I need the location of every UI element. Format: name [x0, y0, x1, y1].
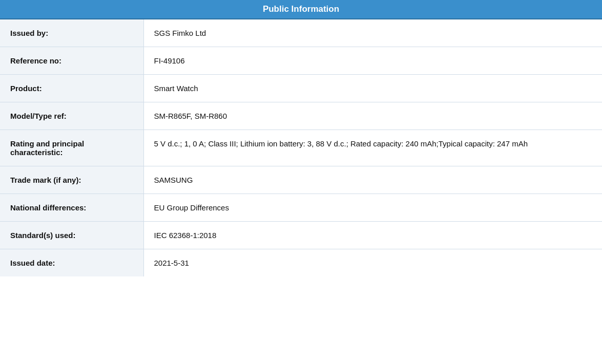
table-row: Trade mark (if any):SAMSUNG — [0, 166, 602, 194]
row-label-2: Product: — [0, 75, 143, 102]
row-label-6: National differences: — [0, 194, 143, 222]
table-row: National differences:EU Group Difference… — [0, 194, 602, 222]
table-row: Reference no:FI-49106 — [0, 47, 602, 75]
row-value-4: 5 V d.c.; 1, 0 A; Class III; Lithium ion… — [143, 130, 602, 166]
row-value-0: SGS Fimko Ltd — [143, 19, 602, 47]
row-label-3: Model/Type ref: — [0, 102, 143, 130]
row-label-5: Trade mark (if any): — [0, 166, 143, 194]
row-value-7: IEC 62368-1:2018 — [143, 222, 602, 249]
info-table: Issued by:SGS Fimko LtdReference no:FI-4… — [0, 19, 602, 276]
row-value-5: SAMSUNG — [143, 166, 602, 194]
row-value-1: FI-49106 — [143, 47, 602, 75]
table-row: Issued by:SGS Fimko Ltd — [0, 19, 602, 47]
row-value-6: EU Group Differences — [143, 194, 602, 222]
table-row: Rating and principal characteristic:5 V … — [0, 130, 602, 166]
row-label-0: Issued by: — [0, 19, 143, 47]
row-label-4: Rating and principal characteristic: — [0, 130, 143, 166]
table-row: Model/Type ref:SM-R865F, SM-R860 — [0, 102, 602, 130]
page-header: Public Information — [0, 0, 602, 19]
row-label-7: Standard(s) used: — [0, 222, 143, 249]
row-value-2: Smart Watch — [143, 75, 602, 102]
header-title: Public Information — [263, 4, 339, 14]
table-row: Issued date:2021-5-31 — [0, 249, 602, 277]
row-label-8: Issued date: — [0, 249, 143, 277]
page-wrapper: Public Information Issued by:SGS Fimko L… — [0, 0, 602, 276]
row-value-3: SM-R865F, SM-R860 — [143, 102, 602, 130]
row-label-1: Reference no: — [0, 47, 143, 75]
table-row: Standard(s) used:IEC 62368-1:2018 — [0, 222, 602, 249]
row-value-8: 2021-5-31 — [143, 249, 602, 277]
table-row: Product:Smart Watch — [0, 75, 602, 102]
